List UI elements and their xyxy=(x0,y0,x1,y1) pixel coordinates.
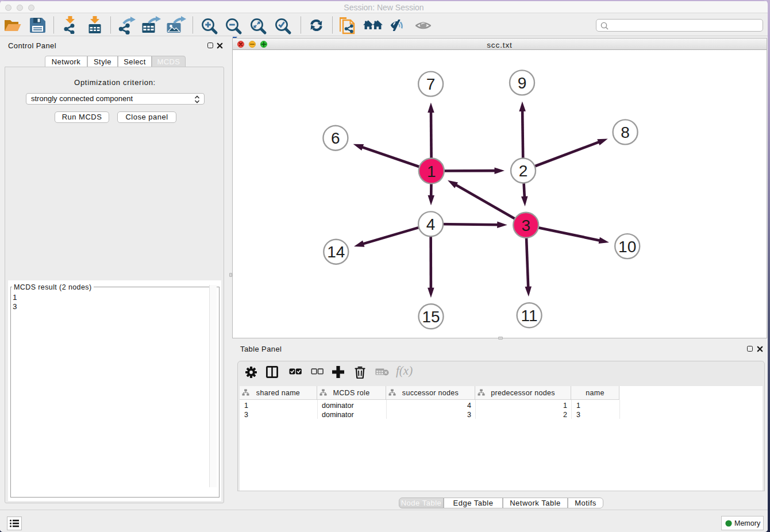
svg-text:9: 9 xyxy=(518,74,527,92)
svg-text:14: 14 xyxy=(327,243,345,261)
svg-text:6: 6 xyxy=(331,129,340,147)
svg-text:8: 8 xyxy=(621,124,630,141)
svg-text:4: 4 xyxy=(426,215,436,233)
svg-text:1: 1 xyxy=(427,163,436,180)
svg-text:2: 2 xyxy=(519,162,528,180)
svg-text:10: 10 xyxy=(618,238,636,256)
svg-text:3: 3 xyxy=(521,217,530,234)
svg-text:15: 15 xyxy=(422,308,440,326)
svg-text:11: 11 xyxy=(521,307,538,325)
svg-text:7: 7 xyxy=(426,75,436,93)
